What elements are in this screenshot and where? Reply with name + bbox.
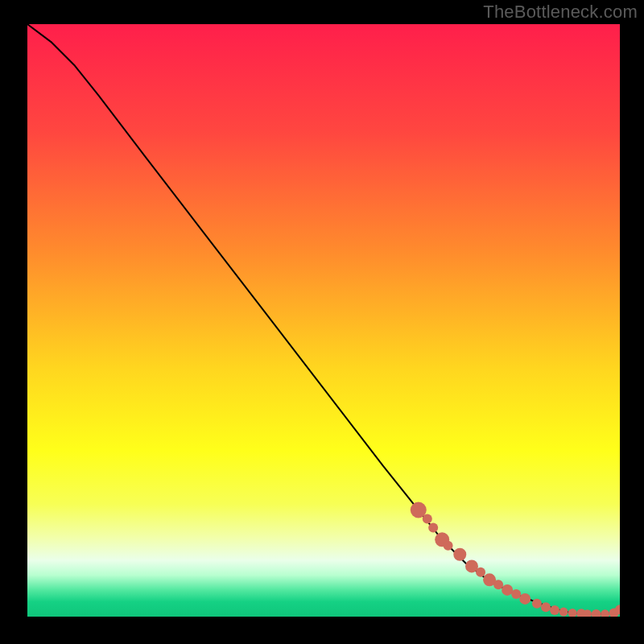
marker-point: [444, 541, 453, 551]
watermark-text: TheBottleneck.com: [483, 2, 638, 23]
marker-point: [423, 514, 432, 524]
chart-svg: [27, 24, 620, 617]
gradient-background: [27, 24, 620, 617]
marker-point: [428, 523, 438, 533]
marker-point: [532, 599, 542, 609]
marker-point: [453, 548, 466, 561]
marker-point: [511, 589, 521, 599]
marker-point: [476, 568, 485, 577]
plot-area: [27, 24, 620, 617]
chart-frame: TheBottleneck.com: [0, 0, 644, 644]
marker-point: [541, 602, 551, 612]
marker-point: [493, 580, 503, 589]
marker-point: [519, 593, 530, 605]
marker-point: [550, 605, 559, 615]
marker-point: [502, 584, 513, 596]
marker-point: [559, 608, 568, 617]
